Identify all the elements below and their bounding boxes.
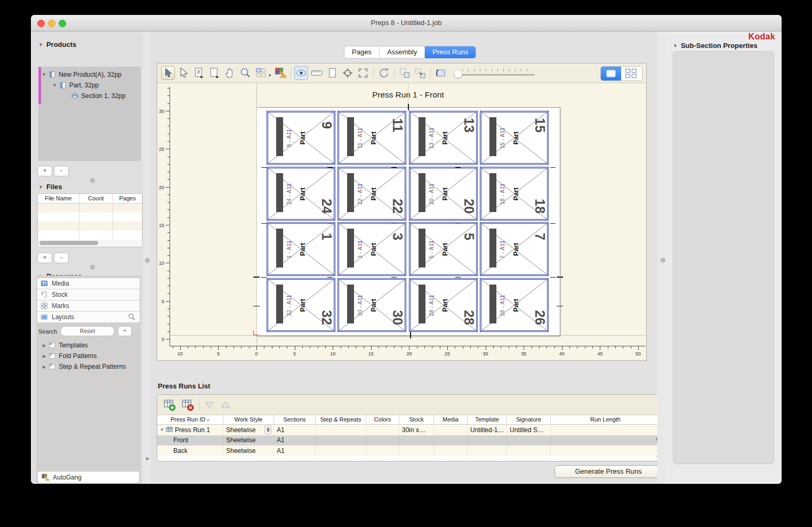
files-table[interactable]: File NameCountPages [37, 193, 143, 247]
imposition-page-cell[interactable]: 1 - A11Part1 [267, 222, 335, 276]
imposition-page-cell[interactable]: 5 - A11Part5 [409, 222, 478, 276]
imposition-page-cell[interactable]: 9 - A11Part9 [267, 111, 335, 165]
column-header-press-run-id[interactable]: Press Run ID ∧ [157, 415, 223, 424]
files-column-header-count[interactable]: Count [79, 194, 114, 203]
add-search-button[interactable]: + [118, 326, 132, 336]
title-bar[interactable]: Preps 8 - Untitled-1.job [31, 15, 782, 31]
marquee-dropdown-icon[interactable]: ▾ [269, 73, 271, 78]
zoom-slider[interactable] [453, 66, 538, 80]
center-target-tool-icon[interactable] [341, 66, 355, 80]
splitter-handle[interactable] [661, 258, 665, 263]
imposition-page-cell[interactable]: 7 - A11Part7 [480, 222, 549, 276]
remove-product-button[interactable]: - [54, 166, 69, 176]
imposition-page-cell[interactable]: 20 - A11Part20 [409, 167, 478, 221]
resource-item-layouts[interactable]: Layouts [37, 312, 140, 322]
files-column-header-pages[interactable]: Pages [113, 194, 142, 203]
page-flip-tool-icon[interactable] [434, 66, 448, 80]
add-product-button[interactable]: + [37, 166, 52, 176]
imposition-page-cell[interactable]: 28 - A11Part28 [409, 278, 478, 332]
splitter-handle[interactable] [90, 265, 95, 270]
press-run-row-press-run-1[interactable]: ▼Press Run 1SheetwiseA130in x…Untitled-1… [157, 425, 661, 435]
autogang-tool-icon[interactable]: ★ [274, 66, 287, 80]
imposition-drawing-area[interactable]: Press Run 1 - Front 9 - A11Part911 - A11… [157, 84, 646, 360]
column-header-work-style[interactable]: Work Style [223, 415, 274, 424]
resource-tree-templates[interactable]: ▶Templates [43, 340, 88, 350]
collapse-sidebar-icon[interactable]: ▶ [146, 456, 149, 461]
resource-item-marks[interactable]: Marks [37, 301, 140, 311]
remove-file-button[interactable]: - [54, 253, 69, 263]
disclosure-triangle-icon[interactable]: ▼ [673, 43, 678, 48]
products-section-header[interactable]: ▼ Products [38, 40, 76, 48]
sub-section-properties-header[interactable]: ▼ Sub-Section Properties [673, 42, 758, 50]
direct-select-tool-icon[interactable] [176, 66, 190, 80]
tab-assembly[interactable]: Assembly [380, 46, 425, 58]
resource-item-stock[interactable]: Stock [37, 289, 140, 300]
scrollbar-thumb[interactable] [39, 241, 98, 245]
select-tool-icon[interactable] [161, 66, 175, 80]
column-header-step-repeats[interactable]: Step & Repeats [316, 415, 366, 424]
splitter-handle[interactable] [145, 258, 150, 263]
page-number-tool-icon[interactable]: # [192, 66, 206, 80]
disclosure-triangle-icon[interactable]: ▶ [43, 354, 46, 359]
press-run-row-back[interactable]: BackSheetwiseA1 [157, 445, 661, 456]
imposition-page-cell[interactable]: 30 - A11Part30 [337, 278, 406, 332]
search-icon[interactable] [127, 312, 136, 322]
scale-group-tool-icon[interactable] [413, 66, 427, 80]
files-section-header[interactable]: ▼ Files [38, 183, 62, 191]
add-press-run-icon[interactable] [163, 399, 176, 411]
page-tool-icon[interactable] [325, 66, 339, 80]
generate-press-runs-button[interactable]: Generate Press Runs [554, 465, 662, 478]
zoom-tool-icon[interactable] [238, 66, 252, 80]
imposition-page-cell[interactable]: 11 - A11Part11 [337, 111, 406, 165]
imposition-page-cell[interactable]: 3 - A11Part3 [337, 222, 406, 276]
reset-search-button[interactable]: Reset [60, 326, 115, 336]
product-tree-item-section-1-32pp[interactable]: Section 1, 32pp [70, 91, 125, 101]
imposition-page-cell[interactable]: 26 - A11Part26 [480, 278, 549, 332]
slider-thumb[interactable] [454, 70, 462, 78]
disclosure-triangle-icon[interactable]: ▶ [43, 343, 46, 348]
column-header-colors[interactable]: Colors [366, 415, 399, 424]
imposition-page-cell[interactable]: 22 - A11Part22 [337, 167, 406, 221]
pan-tool-icon[interactable] [223, 66, 237, 80]
autogang-button[interactable]: ★ AutoGang [37, 471, 140, 483]
delete-press-run-icon[interactable] [181, 399, 195, 411]
products-tree[interactable]: ▼New Product(A), 32pp▼Part, 32ppSection … [38, 67, 141, 161]
disclosure-triangle-icon[interactable]: ▼ [160, 427, 164, 432]
resource-tree-fold-patterns[interactable]: ▶Fold Patterns [43, 351, 97, 361]
disclosure-triangle-icon[interactable]: ▶ [43, 364, 46, 369]
move-down-icon[interactable] [204, 400, 215, 410]
tab-press-runs[interactable]: Press Runs [425, 46, 476, 58]
imposition-page-cell[interactable]: 18 - A11Part18 [480, 167, 549, 221]
product-tree-item-new-product-a-32pp[interactable]: ▼New Product(A), 32pp [42, 69, 122, 80]
disclosure-triangle-icon[interactable]: ▼ [52, 83, 57, 88]
slider-track[interactable] [459, 74, 535, 76]
imposition-page-cell[interactable]: 15 - A11Part15 [480, 111, 549, 165]
measure-tool-icon[interactable] [310, 66, 324, 80]
marquee-tool-icon[interactable] [254, 66, 268, 80]
single-view-icon[interactable] [601, 67, 621, 80]
column-header-signature[interactable]: Signature [507, 415, 551, 424]
product-tree-item-part-32pp[interactable]: ▼Part, 32pp [52, 80, 99, 91]
imposition-page-cell[interactable]: 13 - A11Part13 [409, 111, 478, 165]
multi-view-icon[interactable] [621, 67, 641, 80]
select-group-tool-icon[interactable] [398, 66, 412, 80]
resource-item-media[interactable]: Media [37, 278, 140, 289]
move-up-icon[interactable] [220, 400, 231, 410]
imposition-page-cell[interactable]: 32 - A11Part32 [267, 278, 335, 332]
splitter-handle[interactable] [90, 178, 95, 183]
column-header-stock[interactable]: Stock [399, 415, 434, 424]
column-header-run-length[interactable]: Run Length [551, 415, 661, 424]
add-file-button[interactable]: + [37, 253, 52, 263]
rotate-tool-icon[interactable] [377, 66, 391, 80]
tab-pages[interactable]: Pages [344, 46, 380, 58]
create-page-tool-icon[interactable] [207, 66, 221, 80]
disclosure-triangle-icon[interactable]: ▼ [38, 184, 43, 190]
disclosure-triangle-icon[interactable]: ▼ [38, 42, 43, 47]
resource-tree-step-repeat-patterns[interactable]: ▶Step & Repeat Patterns [43, 362, 126, 371]
files-hscrollbar[interactable] [38, 240, 142, 247]
fit-media-tool-icon[interactable] [356, 66, 370, 80]
files-column-header-file-name[interactable]: File Name [38, 194, 79, 203]
imposition-page-cell[interactable]: 24 - A11Part24 [267, 167, 335, 221]
disclosure-triangle-icon[interactable]: ▼ [42, 72, 46, 77]
preview-tool-icon[interactable] [294, 66, 308, 80]
